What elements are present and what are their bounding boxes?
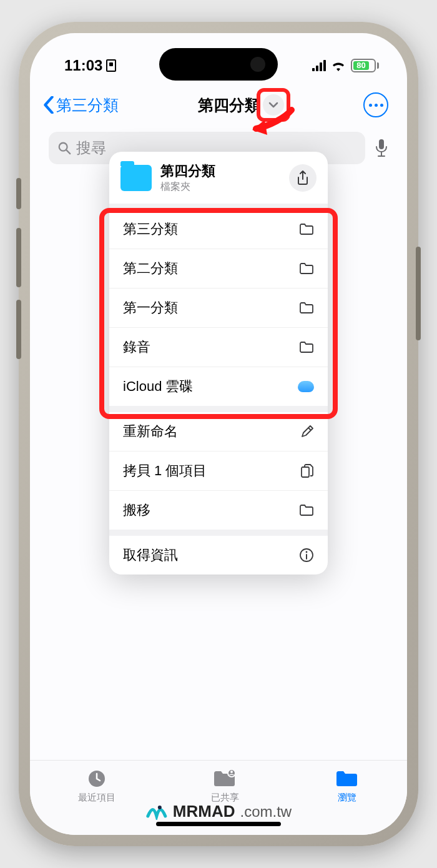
shared-folder-icon [212,768,237,789]
svg-point-9 [158,806,162,809]
back-label: 第三分類 [56,95,119,116]
battery-indicator: 80 [351,59,379,72]
copy-icon [300,463,314,478]
svg-rect-2 [379,139,384,149]
folder-icon [120,165,152,191]
popup-subtitle: 檔案夾 [160,180,215,194]
watermark: MRMAD.com.tw [145,802,292,821]
actions-section: 重新命名 拷貝 1 個項目 搬移 [109,412,328,530]
svg-point-0 [59,143,67,151]
svg-rect-3 [302,467,309,477]
info-icon [299,548,314,563]
info-section: 取得資訊 [109,536,328,575]
clock-icon [84,768,109,789]
tab-bar: 最近項目 已共享 瀏覽 [30,760,407,835]
copy-action[interactable]: 拷貝 1 個項目 [109,451,328,490]
separator [109,530,328,536]
cellular-signal-icon [312,60,326,71]
phone-frame: 11:03 80 第三分類 第四分類 [19,22,418,846]
side-button [16,178,21,209]
popup-header: 第四分類 檔案夾 [109,152,328,204]
popup-title: 第四分類 [160,162,215,180]
move-action[interactable]: 搬移 [109,490,328,530]
mic-icon[interactable] [375,139,388,157]
share-button[interactable] [289,164,317,192]
more-button[interactable] [363,92,388,117]
watermark-domain: .com.tw [240,803,292,821]
tab-shared[interactable]: 已共享 [211,768,239,804]
search-placeholder: 搜尋 [76,138,106,158]
volume-up-button [16,228,21,287]
tab-label: 瀏覽 [338,792,356,804]
annotation-highlight-box [99,208,338,419]
folder-outline-icon [299,504,314,516]
sim-icon [106,59,116,72]
action-label: 拷貝 1 個項目 [123,461,207,480]
dynamic-island [159,48,278,81]
action-label: 取得資訊 [123,546,178,565]
status-time: 11:03 [64,57,102,74]
browse-folder-icon [335,768,360,789]
share-icon [297,170,309,185]
nav-bar: 第三分類 第四分類 [30,80,407,127]
annotation-arrow-icon [251,105,295,135]
svg-point-8 [230,771,233,773]
watermark-logo-icon [145,804,168,820]
info-action[interactable]: 取得資訊 [109,536,328,575]
pencil-icon [300,425,314,438]
svg-line-1 [67,150,71,154]
screen: 11:03 80 第三分類 第四分類 [30,33,407,835]
search-icon [57,141,71,155]
volume-down-button [16,300,21,359]
wifi-icon [331,60,346,71]
svg-point-5 [306,551,308,553]
watermark-brand: MRMAD [173,802,235,821]
tab-label: 最近項目 [78,792,115,804]
chevron-left-icon [42,96,55,114]
action-label: 搬移 [123,501,150,520]
home-indicator[interactable] [156,822,281,826]
power-button [416,247,421,340]
tab-recent[interactable]: 最近項目 [78,768,115,804]
tab-browse[interactable]: 瀏覽 [335,768,360,804]
action-label: 重新命名 [123,422,178,441]
back-button[interactable]: 第三分類 [42,95,119,116]
